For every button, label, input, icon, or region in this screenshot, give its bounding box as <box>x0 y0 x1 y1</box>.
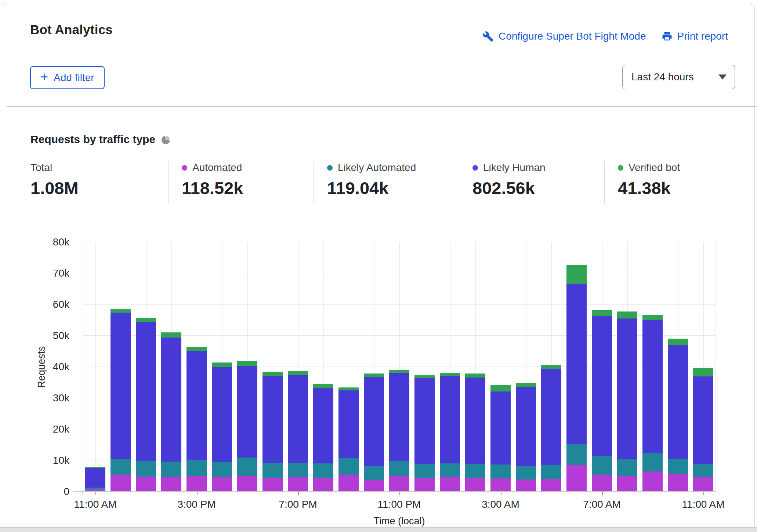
bar-segment[interactable] <box>288 371 308 375</box>
add-filter-button[interactable]: + Add filter <box>30 66 105 89</box>
bar-segment[interactable] <box>490 478 511 491</box>
bar-segment[interactable] <box>111 459 131 475</box>
bar-segment[interactable] <box>186 476 207 491</box>
bar-segment[interactable] <box>642 453 663 471</box>
bar-segment[interactable] <box>566 444 587 466</box>
bar-segment[interactable] <box>389 373 409 461</box>
print-report-link[interactable]: Print report <box>662 30 728 42</box>
bar-segment[interactable] <box>693 368 713 376</box>
bar-segment[interactable] <box>414 378 435 464</box>
bar-segment[interactable] <box>262 478 283 491</box>
bar-segment[interactable] <box>617 311 637 319</box>
bar-segment[interactable] <box>262 463 283 478</box>
bar-segment[interactable] <box>414 375 435 379</box>
bar-segment[interactable] <box>566 284 587 444</box>
bar-segment[interactable] <box>389 476 409 491</box>
bar-segment[interactable] <box>668 345 688 459</box>
bar-segment[interactable] <box>186 347 207 351</box>
bar-segment[interactable] <box>541 479 561 491</box>
bar-segment[interactable] <box>440 477 460 491</box>
bar-segment[interactable] <box>642 471 663 491</box>
time-range-select[interactable]: Last 24 hours <box>622 65 735 89</box>
bar-segment[interactable] <box>212 362 232 367</box>
bar-segment[interactable] <box>693 376 713 464</box>
bar-segment[interactable] <box>262 372 283 376</box>
bar-segment[interactable] <box>85 467 105 468</box>
bar-segment[interactable] <box>389 461 409 477</box>
bar-segment[interactable] <box>566 265 587 284</box>
bar-segment[interactable] <box>617 318 637 459</box>
bar-segment[interactable] <box>313 478 333 491</box>
bar-segment[interactable] <box>516 466 536 480</box>
bar-segment[interactable] <box>465 478 485 491</box>
bar-segment[interactable] <box>111 309 131 313</box>
bar-segment[interactable] <box>668 339 688 345</box>
bar-segment[interactable] <box>414 478 435 491</box>
bar-segment[interactable] <box>161 477 181 491</box>
bar-segment[interactable] <box>338 390 359 458</box>
bar-segment[interactable] <box>592 316 612 456</box>
bar-segment[interactable] <box>313 463 333 478</box>
bar-segment[interactable] <box>136 322 156 461</box>
bar-segment[interactable] <box>440 376 460 464</box>
bar-segment[interactable] <box>592 456 612 475</box>
bar-segment[interactable] <box>237 361 257 366</box>
configure-super-bot-fight-mode-link[interactable]: Configure Super Bot Fight Mode <box>482 30 646 42</box>
bar-segment[interactable] <box>541 365 561 369</box>
bar-segment[interactable] <box>642 320 663 453</box>
bar-segment[interactable] <box>186 460 207 476</box>
bar-segment[interactable] <box>136 477 156 491</box>
bar-segment[interactable] <box>237 458 257 476</box>
bar-segment[interactable] <box>364 480 384 491</box>
bar-segment[interactable] <box>465 374 485 378</box>
bar-segment[interactable] <box>237 366 257 458</box>
bar-segment[interactable] <box>642 315 663 320</box>
bar-segment[interactable] <box>693 477 713 491</box>
bar-segment[interactable] <box>592 310 612 316</box>
bar-segment[interactable] <box>288 463 308 477</box>
bar-segment[interactable] <box>212 477 232 491</box>
bar-segment[interactable] <box>338 475 359 491</box>
bar-segment[interactable] <box>617 476 637 491</box>
bar-segment[interactable] <box>136 461 156 477</box>
bar-segment[interactable] <box>541 369 561 465</box>
bar-segment[interactable] <box>364 466 384 480</box>
bar-segment[interactable] <box>111 313 131 459</box>
bar-segment[interactable] <box>288 375 308 463</box>
bar-segment[interactable] <box>668 459 688 474</box>
bar-segment[interactable] <box>465 464 485 478</box>
bar-segment[interactable] <box>186 351 207 460</box>
bar-segment[interactable] <box>490 464 511 478</box>
bar-segment[interactable] <box>516 387 536 466</box>
bar-segment[interactable] <box>566 465 587 491</box>
bar-segment[interactable] <box>516 480 536 491</box>
bar-segment[interactable] <box>338 458 359 475</box>
bar-segment[interactable] <box>414 464 435 477</box>
bar-segment[interactable] <box>490 385 511 391</box>
bar-segment[interactable] <box>212 462 232 477</box>
bar-segment[interactable] <box>212 367 232 462</box>
bar-segment[interactable] <box>465 378 485 464</box>
bar-segment[interactable] <box>313 388 333 463</box>
bar-segment[interactable] <box>693 464 713 477</box>
bar-segment[interactable] <box>161 462 181 477</box>
bar-segment[interactable] <box>364 374 384 377</box>
bar-segment[interactable] <box>161 332 181 338</box>
bar-segment[interactable] <box>364 377 384 466</box>
bar-segment[interactable] <box>313 384 333 387</box>
bar-segment[interactable] <box>85 488 105 489</box>
bar-segment[interactable] <box>516 383 536 387</box>
bar-segment[interactable] <box>288 477 308 491</box>
bar-segment[interactable] <box>440 463 460 477</box>
bar-segment[interactable] <box>338 387 359 390</box>
bar-segment[interactable] <box>440 373 460 376</box>
bar-segment[interactable] <box>541 465 561 479</box>
bar-segment[interactable] <box>237 476 257 491</box>
bar-segment[interactable] <box>85 468 105 488</box>
bar-segment[interactable] <box>389 370 409 373</box>
bar-segment[interactable] <box>136 318 156 323</box>
bar-segment[interactable] <box>617 459 637 476</box>
bar-segment[interactable] <box>262 376 283 462</box>
bar-segment[interactable] <box>592 475 612 491</box>
bar-segment[interactable] <box>161 338 181 462</box>
